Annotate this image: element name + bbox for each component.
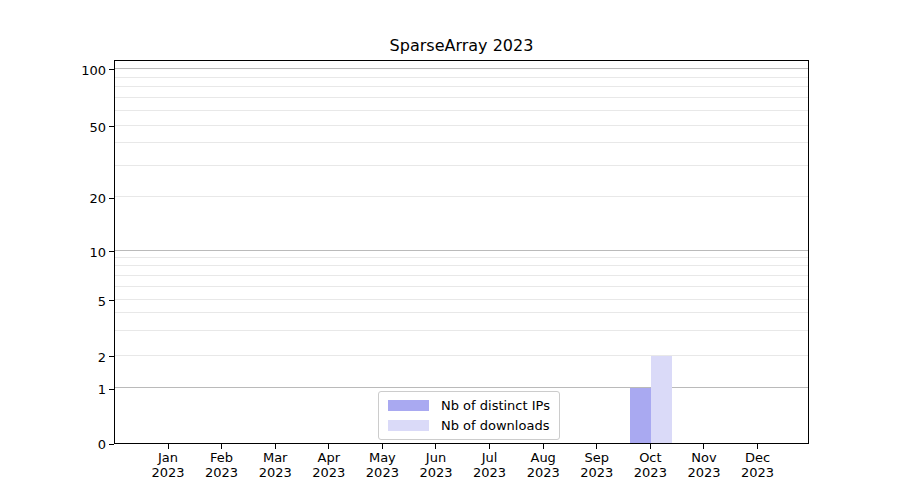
y-axis-tick [109, 251, 114, 252]
y-axis-tick-label: 100 [0, 63, 106, 76]
y-axis-tick-label: 10 [0, 245, 106, 258]
gridline-minor [115, 265, 808, 266]
legend-swatch-downloads [388, 420, 429, 431]
chart-title: SparseArray 2023 [114, 36, 809, 58]
x-axis-tick [757, 444, 758, 449]
figure: SparseArray 2023 0125102050100Jan 2023Fe… [0, 0, 900, 500]
x-axis-tick-label: May 2023 [366, 450, 399, 480]
x-axis-tick [650, 444, 651, 449]
gridline-minor [115, 299, 808, 300]
legend: Nb of distinct IPs Nb of downloads [378, 391, 560, 440]
x-axis-tick-label: Jul 2023 [473, 450, 506, 480]
gridline-minor [115, 77, 808, 78]
gridline-major [115, 68, 808, 69]
gridline-minor [115, 110, 808, 111]
y-axis-tick [109, 69, 114, 70]
legend-item-distinct-ips: Nb of distinct IPs [388, 398, 550, 413]
gridline-minor [115, 286, 808, 287]
legend-label-distinct-ips: Nb of distinct IPs [441, 398, 550, 413]
x-axis-tick-label: Jan 2023 [151, 450, 184, 480]
x-axis-tick [489, 444, 490, 449]
x-axis-tick-label: Mar 2023 [259, 450, 292, 480]
legend-item-downloads: Nb of downloads [388, 418, 550, 433]
bar-downloads [651, 356, 672, 443]
gridline-minor [115, 330, 808, 331]
gridline-minor [115, 97, 808, 98]
x-axis-tick-label: Aug 2023 [527, 450, 560, 480]
gridline-major [115, 387, 808, 388]
x-axis-tick-label: Sep 2023 [580, 450, 613, 480]
x-axis-tick-label: Feb 2023 [205, 450, 238, 480]
gridline-minor [115, 196, 808, 197]
gridline-minor [115, 86, 808, 87]
x-axis-tick-label: Apr 2023 [312, 450, 345, 480]
y-axis-tick-label: 2 [0, 350, 106, 363]
gridline-minor [115, 275, 808, 276]
gridline-major [115, 250, 808, 251]
x-axis-tick [703, 444, 704, 449]
gridline-minor [115, 142, 808, 143]
x-axis-tick [543, 444, 544, 449]
gridline-minor [115, 125, 808, 126]
gridline-minor [115, 312, 808, 313]
x-axis-tick [328, 444, 329, 449]
y-axis-tick-label: 5 [0, 294, 106, 307]
y-axis-tick-label: 1 [0, 383, 106, 396]
x-axis-tick [275, 444, 276, 449]
y-axis-tick [109, 198, 114, 199]
y-axis-tick-label: 50 [0, 120, 106, 133]
gridline-minor [115, 355, 808, 356]
x-axis-tick [168, 444, 169, 449]
x-axis-tick-label: Dec 2023 [741, 450, 774, 480]
y-axis-tick [109, 300, 114, 301]
y-axis-tick [109, 126, 114, 127]
legend-swatch-distinct-ips [388, 400, 429, 411]
gridline-minor [115, 165, 808, 166]
x-axis-tick [596, 444, 597, 449]
x-axis-tick [382, 444, 383, 449]
y-axis-tick-label: 0 [0, 438, 106, 451]
x-axis-tick-label: Oct 2023 [634, 450, 667, 480]
y-axis-tick [109, 356, 114, 357]
y-axis-tick-label: 20 [0, 192, 106, 205]
plot-area [114, 60, 809, 444]
x-axis-tick-label: Jun 2023 [419, 450, 452, 480]
x-axis-tick-label: Nov 2023 [687, 450, 720, 480]
y-axis-tick [109, 444, 114, 445]
x-axis-tick [221, 444, 222, 449]
y-axis-tick [109, 389, 114, 390]
x-axis-tick [435, 444, 436, 449]
bar-distinct-ips [630, 388, 651, 443]
gridline-minor [115, 257, 808, 258]
legend-label-downloads: Nb of downloads [441, 418, 549, 433]
